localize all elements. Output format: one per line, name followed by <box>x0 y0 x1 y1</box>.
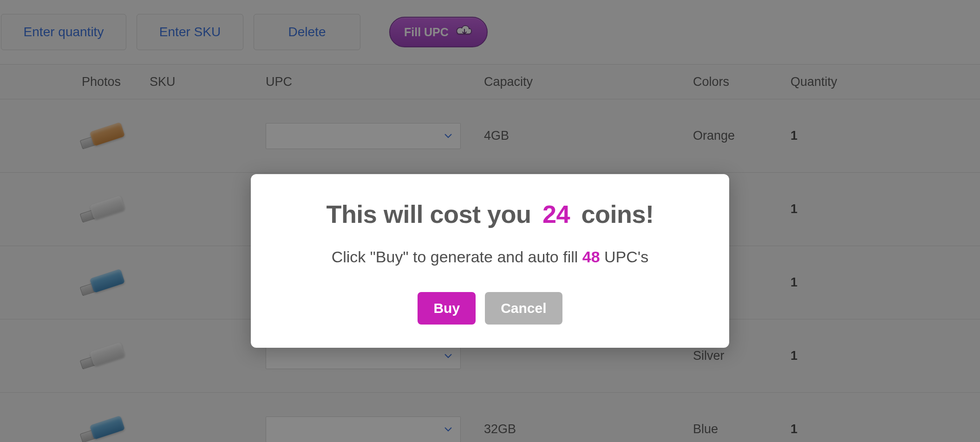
modal-title-pre: This will cost you <box>326 200 538 228</box>
modal-sub-pre: Click "Buy" to generate and auto fill <box>332 248 582 266</box>
buy-button[interactable]: Buy <box>418 292 476 325</box>
modal-sub-count: 48 <box>582 248 600 266</box>
modal-subtitle: Click "Buy" to generate and auto fill 48… <box>274 248 706 266</box>
modal-title-cost: 24 <box>542 200 570 228</box>
cancel-button[interactable]: Cancel <box>485 292 562 325</box>
confirm-modal: This will cost you 24 coins! Click "Buy"… <box>251 174 729 348</box>
modal-title: This will cost you 24 coins! <box>274 200 706 228</box>
modal-sub-post: UPC's <box>600 248 649 266</box>
modal-overlay: This will cost you 24 coins! Click "Buy"… <box>0 0 980 442</box>
modal-actions: Buy Cancel <box>274 292 706 325</box>
modal-title-post: coins! <box>581 200 654 228</box>
